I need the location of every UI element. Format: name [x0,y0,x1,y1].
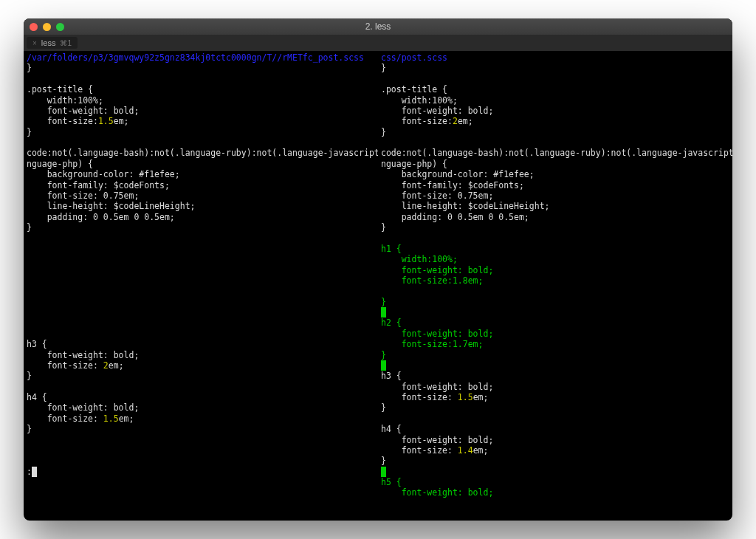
cursor-icon [32,467,37,477]
code-line: font-size: [381,445,458,456]
code-line: } [381,222,386,233]
titlebar: 2. less [24,18,732,35]
diff-added: width:100%; [381,254,458,264]
terminal-window: 2. less × less ⌘1 /var/folders/p3/3gmvqw… [24,18,732,521]
code-line: } [27,424,32,434]
code-line: font-size: [27,116,98,126]
code-line: font-family: $codeFonts; [381,180,524,190]
code-line: background-color: #f1efee; [27,169,180,179]
diff-added: h2 { [381,317,402,328]
diff-highlight: 1.5 [103,413,119,424]
diff-highlight: 2 [103,360,109,371]
code-line: em; [473,445,489,456]
code-line: width:100%; [27,95,103,106]
diff-marker-icon [381,307,386,317]
diff-added: font-size:1.7em; [381,339,483,349]
code-line: h4 { [381,424,402,434]
code-line: font-size: [27,360,103,371]
code-line: } [381,127,386,137]
code-line: font-size: [27,413,103,424]
right-path: css/post.scss [381,52,447,63]
code-line: } [381,402,386,413]
code-line: font-size: [381,392,458,402]
code-line: em; [119,413,134,424]
code-line: code:not(.language-bash):not(.language-r… [27,148,378,158]
code-line: h3 { [27,339,47,349]
code-line: font-size: 0.75em; [27,190,139,201]
code-line: line-height: $codeLineHeight; [27,201,195,211]
diff-added: font-weight: bold; [381,487,493,498]
window-title: 2. less [24,21,732,32]
code-line: font-weight: bold; [381,435,493,445]
diff-added: font-size:1.8em; [381,275,483,286]
diff-content[interactable]: /var/folders/p3/3gmvqwy92z5gnz834kj0tctc… [24,51,732,521]
tab-less[interactable]: × less ⌘1 [27,37,78,49]
code-line: padding: 0 0.5em 0 0.5em; [381,212,529,222]
code-line: nguage-php) { [27,159,93,169]
code-line: line-height: $codeLineHeight; [381,201,549,211]
code-line: } [27,63,32,73]
code-line: } [27,127,32,137]
code-line: } [381,63,386,73]
code-line: em; [473,392,489,402]
diff-added: } [381,297,386,307]
right-pane: css/post.scss } .post-title { width:100%… [378,51,732,521]
tab-shortcut: ⌘1 [60,39,72,47]
code-line: padding: 0 0.5em 0 0.5em; [27,212,175,222]
tab-close-icon[interactable]: × [32,39,37,47]
diff-marker-icon [381,360,386,371]
left-pane: /var/folders/p3/3gmvqwy92z5gnz834kj0tctc… [24,51,378,521]
code-line: h4 { [27,392,47,402]
code-line: .post-title { [27,84,93,95]
code-line: code:not(.language-bash):not(.language-r… [381,148,732,158]
tab-label: less [41,38,56,47]
code-line: } [27,371,32,381]
code-line: font-weight: bold; [27,350,139,360]
code-line: font-family: $codeFonts; [27,180,170,190]
code-line: font-size: [381,116,453,126]
diff-added: font-weight: bold; [381,265,493,275]
diff-highlight: 1.4 [458,445,473,456]
code-line: .post-title { [381,84,447,95]
code-line: h3 { [381,371,402,381]
left-path: /var/folders/p3/3gmvqwy92z5gnz834kj0tctc… [27,52,364,63]
code-line: } [27,222,32,233]
code-line: em; [114,116,129,126]
diff-added: h5 { [381,477,402,487]
diff-added: font-weight: bold; [381,329,493,339]
code-line: width:100%; [381,95,458,106]
diff-highlight: 1.5 [98,116,114,126]
code-line: nguage-php) { [381,159,447,169]
code-line: background-color: #f1efee; [381,169,535,179]
diff-added: h1 { [381,244,402,254]
diff-highlight: 2 [453,116,458,126]
tab-bar: × less ⌘1 [24,35,732,51]
less-prompt[interactable]: : [27,467,32,477]
code-line: em; [109,360,124,371]
code-line: font-weight: bold; [27,402,139,413]
diff-highlight: 1.5 [458,392,473,402]
code-line: font-weight: bold; [381,382,493,392]
code-line: em; [458,116,473,126]
code-line: } [381,456,386,466]
diff-marker-icon [381,467,386,477]
code-line: font-weight: bold; [27,106,139,116]
code-line: font-weight: bold; [381,106,493,116]
code-line: font-size: 0.75em; [381,190,493,201]
diff-added: } [381,350,386,360]
